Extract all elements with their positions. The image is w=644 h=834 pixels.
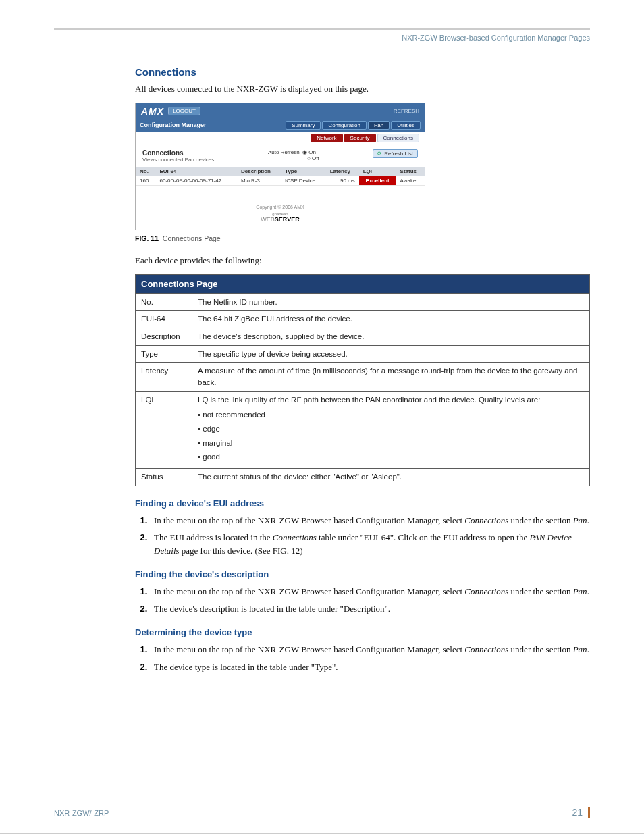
col-desc: Description (237, 167, 281, 176)
subsection-title: Finding the device's description (135, 569, 590, 579)
list-item: The EUI address is located in the Connec… (150, 531, 590, 557)
tab-utilities[interactable]: Utilities (391, 121, 421, 130)
section-intro: All devices connected to the NXR-ZGW is … (135, 83, 590, 96)
section-title: Connections (135, 66, 590, 78)
list-item: The device's description is located in t… (150, 602, 590, 616)
panel-subtitle: Views connected Pan devices (142, 157, 214, 163)
subtab-connections[interactable]: Connections (377, 134, 419, 142)
steps-list: In the menu on the top of the NXR-ZGW Br… (135, 585, 590, 615)
tab-summary[interactable]: Summary (286, 121, 321, 130)
steps-list: In the menu on the top of the NXR-ZGW Br… (135, 643, 590, 673)
col-type: Type (281, 167, 326, 176)
subtab-network[interactable]: Network (311, 134, 342, 142)
refresh-list-button[interactable]: ⟳ Refresh List (373, 149, 418, 158)
connections-table: No. EUI-64 Description Type Latency LQI … (136, 167, 425, 186)
figure-caption: FIG. 11 Connections Page (135, 234, 590, 242)
col-eui: EUI-64 (155, 167, 236, 176)
running-header: NXR-ZGW Browser-based Configuration Mana… (54, 34, 590, 42)
col-lqi: LQI (359, 167, 396, 176)
auto-refresh-on[interactable]: ◉ On (302, 149, 316, 155)
app-title: Configuration Manager (140, 122, 207, 128)
col-no: No. (136, 167, 155, 176)
figure-screenshot: AMX LOGOUT REFRESH Configuration Manager… (135, 103, 425, 230)
auto-refresh-off[interactable]: ○ Off (307, 155, 319, 161)
steps-list: In the menu on the top of the NXR-ZGW Br… (135, 514, 590, 558)
webserver-logo: goahead WEBSERVER (136, 212, 425, 223)
tab-pan[interactable]: Pan (368, 121, 390, 130)
list-item: In the menu on the top of the NXR-ZGW Br… (150, 585, 590, 598)
table-header: Connections Page (136, 274, 590, 293)
subtab-security[interactable]: Security (344, 134, 376, 142)
refresh-icon[interactable]: REFRESH (394, 108, 419, 114)
list-item: In the menu on the top of the NXR-ZGW Br… (150, 514, 590, 527)
logout-button[interactable]: LOGOUT (168, 107, 200, 115)
list-item: In the menu on the top of the NXR-ZGW Br… (150, 643, 590, 656)
footer-product: NXR-ZGW/-ZRP (54, 809, 109, 817)
refresh-icon: ⟳ (377, 151, 382, 157)
subsection-title: Finding a device's EUI address (135, 498, 590, 509)
page-number: 21 (572, 807, 583, 818)
auto-refresh-label: Auto Refresh: (268, 149, 301, 155)
table-row[interactable]: 160 60-0D-0F-00-00-09-71-42 Mio R-3 ICSP… (136, 176, 425, 185)
col-latency: Latency (326, 167, 359, 176)
tab-configuration[interactable]: Configuration (322, 121, 367, 130)
after-fig-text: Each device provides the following: (135, 255, 590, 267)
connections-page-table: Connections Page No.The Netlinx ID numbe… (135, 274, 590, 486)
subsection-title: Determining the device type (135, 627, 590, 637)
list-item: The device type is located in the table … (150, 660, 590, 674)
copyright: Copyright © 2006 AMX (136, 205, 425, 209)
col-status: Status (396, 167, 425, 176)
amx-logo: AMX (141, 106, 164, 117)
panel-title: Connections (142, 149, 214, 157)
